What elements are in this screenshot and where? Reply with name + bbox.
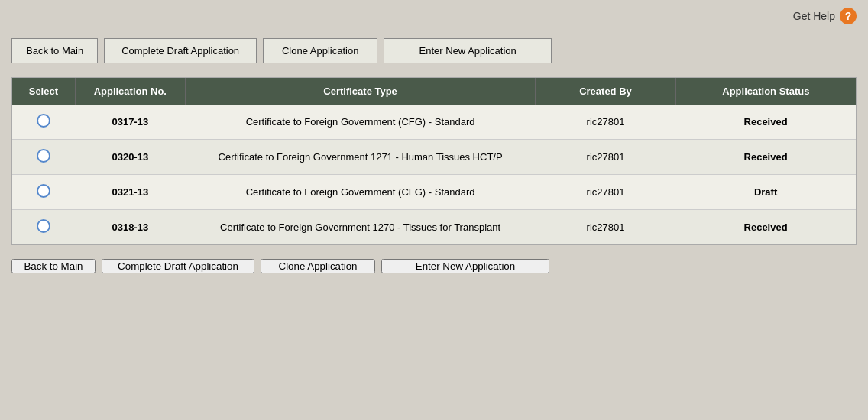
app-no-cell: 0321-13 [75,175,185,210]
select-radio[interactable] [37,184,50,198]
clone-application-button-bottom[interactable]: Clone Application [261,259,375,273]
app-status-cell: Received [675,210,856,245]
header-app-status: Application Status [675,78,856,105]
header-select: Select [12,78,75,105]
table-row: 0320-13Certificate to Foreign Government… [12,140,856,175]
get-help-label: Get Help [793,10,835,22]
table-row: 0317-13Certificate to Foreign Government… [12,105,856,140]
table-row: 0318-13Certificate to Foreign Government… [12,210,856,245]
created-by-cell: ric27801 [536,105,675,140]
clone-application-button-top[interactable]: Clone Application [263,38,377,63]
select-radio[interactable] [37,219,50,233]
created-by-cell: ric27801 [536,210,675,245]
app-status-cell: Received [675,105,856,140]
select-cell [12,140,75,175]
header-app-no: Application No. [75,78,185,105]
top-toolbar: Back to Main Complete Draft Application … [11,38,857,63]
select-radio[interactable] [37,114,50,128]
enter-new-application-button-top[interactable]: Enter New Application [384,38,552,63]
back-to-main-button-bottom[interactable]: Back to Main [11,259,96,273]
cert-type-cell: Certificate to Foreign Government 1271 -… [185,140,535,175]
header-created-by: Created By [536,78,675,105]
complete-draft-button-top[interactable]: Complete Draft Application [104,38,257,63]
applications-table: Select Application No. Certificate Type … [12,78,856,244]
table-row: 0321-13Certificate to Foreign Government… [12,175,856,210]
app-status-cell: Received [675,140,856,175]
bottom-toolbar: Back to Main Complete Draft Application … [11,259,857,273]
header-cert-type: Certificate Type [185,78,535,105]
app-no-cell: 0318-13 [75,210,185,245]
applications-table-container: Select Application No. Certificate Type … [11,77,857,245]
cert-type-cell: Certificate to Foreign Government (CFG) … [185,175,535,210]
created-by-cell: ric27801 [536,140,675,175]
back-to-main-button-top[interactable]: Back to Main [11,38,98,63]
app-status-cell: Draft [675,175,856,210]
enter-new-application-button-bottom[interactable]: Enter New Application [381,259,549,273]
select-cell [12,175,75,210]
complete-draft-button-bottom[interactable]: Complete Draft Application [102,259,254,273]
select-cell [12,210,75,245]
app-no-cell: 0320-13 [75,140,185,175]
select-cell [12,105,75,140]
help-icon: ? [840,8,857,24]
cert-type-cell: Certificate to Foreign Government 1270 -… [185,210,535,245]
created-by-cell: ric27801 [536,175,675,210]
table-header-row: Select Application No. Certificate Type … [12,78,856,105]
app-no-cell: 0317-13 [75,105,185,140]
select-radio[interactable] [37,149,50,163]
page-container: Get Help ? Back to Main Complete Draft A… [0,0,868,420]
cert-type-cell: Certificate to Foreign Government (CFG) … [185,105,535,140]
get-help-button[interactable]: Get Help ? [793,8,857,24]
